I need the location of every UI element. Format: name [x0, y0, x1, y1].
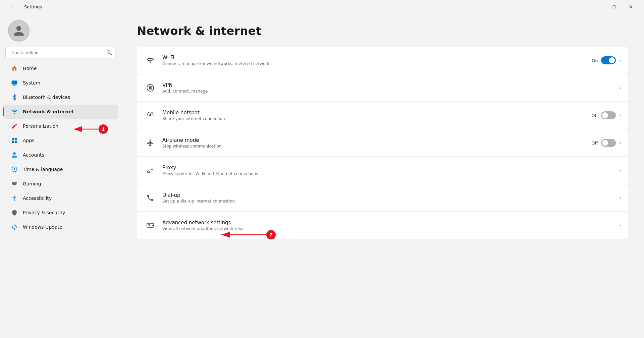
setting-text-advanced: Advanced network settings View all netwo…	[162, 220, 614, 231]
app-body: 🔍 Home System Bluetooth & devices Networ…	[0, 13, 644, 338]
sidebar-item-label: Accessibility	[23, 195, 52, 201]
setting-desc-hotspot: Share your internet connection	[162, 116, 586, 121]
toggle-thumb-hotspot	[602, 112, 608, 118]
sidebar: 🔍 Home System Bluetooth & devices Networ…	[0, 13, 121, 338]
sidebar-item-windowsupdate[interactable]: Windows Update	[3, 220, 118, 234]
toggle-hotspot[interactable]	[601, 111, 616, 119]
setting-name-hotspot: Mobile hotspot	[162, 110, 586, 116]
setting-desc-airplane: Stop wireless communication	[162, 144, 586, 149]
toggle-label-airplane: Off	[591, 140, 598, 146]
toggle-thumb-wifi	[609, 57, 615, 63]
chevron-proxy: ›	[619, 168, 621, 173]
advanced-icon	[144, 219, 157, 232]
toggle-thumb-airplane	[602, 140, 608, 146]
setting-item-airplane[interactable]: Airplane mode Stop wireless communicatio…	[137, 129, 628, 156]
bluetooth-icon	[11, 94, 18, 101]
setting-text-dialup: Dial-up Set up a dial-up internet connec…	[162, 192, 614, 204]
setting-control-wifi: On ›	[592, 56, 621, 64]
page-title: Network & internet	[137, 24, 628, 38]
privacy-icon	[11, 209, 18, 216]
setting-item-dialup[interactable]: Dial-up Set up a dial-up internet connec…	[137, 184, 628, 211]
accessibility-icon	[11, 194, 18, 202]
gaming-icon	[11, 180, 18, 187]
sidebar-item-bluetooth[interactable]: Bluetooth & devices	[3, 90, 118, 104]
chevron-vpn: ›	[619, 85, 621, 91]
setting-text-vpn: VPN Add, connect, manage	[162, 82, 614, 94]
chevron-wifi: ›	[619, 58, 621, 63]
svg-rect-0	[12, 80, 17, 84]
sidebar-item-system[interactable]: System	[3, 76, 118, 90]
setting-text-proxy: Proxy Proxy server for Wi-Fi and Etherne…	[162, 165, 614, 176]
sidebar-item-personalization[interactable]: Personalization	[3, 119, 118, 133]
back-button[interactable]: ←	[5, 1, 21, 12]
time-icon	[11, 166, 18, 173]
sidebar-item-label: System	[23, 80, 40, 86]
setting-control-vpn: ›	[619, 85, 621, 91]
personalization-icon	[11, 122, 18, 130]
sidebar-item-label: Windows Update	[23, 224, 62, 230]
chevron-hotspot: ›	[619, 113, 621, 118]
dialup-icon	[144, 191, 157, 205]
sidebar-item-label: Gaming	[23, 181, 41, 186]
window-controls: − □ ✕	[590, 1, 639, 12]
setting-desc-advanced: View all network adapters, network reset	[162, 226, 614, 231]
setting-desc-proxy: Proxy server for Wi-Fi and Ethernet conn…	[162, 171, 614, 176]
toggle-airplane[interactable]	[601, 139, 616, 147]
app-title: Settings	[24, 4, 42, 9]
setting-desc-vpn: Add, connect, manage	[162, 89, 614, 94]
sidebar-item-label: Home	[23, 66, 37, 71]
sidebar-item-label: Time & language	[23, 167, 63, 172]
setting-item-wifi[interactable]: Wi-Fi Connect, manage known networks, me…	[137, 47, 628, 74]
setting-text-airplane: Airplane mode Stop wireless communicatio…	[162, 137, 586, 149]
sidebar-item-privacy[interactable]: Privacy & security	[3, 206, 118, 220]
minimize-button[interactable]: −	[590, 1, 605, 12]
home-icon	[11, 65, 18, 72]
sidebar-item-apps[interactable]: Apps	[3, 133, 118, 148]
svg-point-8	[149, 114, 151, 116]
chevron-dialup: ›	[619, 195, 621, 201]
sidebar-item-network[interactable]: Network & internet	[3, 105, 118, 119]
sidebar-item-gaming[interactable]: Gaming	[3, 177, 118, 191]
maximize-button[interactable]: □	[606, 1, 622, 12]
setting-item-proxy[interactable]: Proxy Proxy server for Wi-Fi and Etherne…	[137, 157, 628, 184]
sidebar-item-home[interactable]: Home	[3, 61, 118, 75]
sidebar-item-label: Bluetooth & devices	[23, 95, 70, 100]
close-button[interactable]: ✕	[623, 1, 639, 12]
svg-rect-3	[12, 141, 14, 143]
chevron-airplane: ›	[619, 140, 621, 146]
svg-point-12	[152, 225, 153, 226]
svg-rect-1	[12, 138, 14, 140]
setting-text-hotspot: Mobile hotspot Share your internet conne…	[162, 110, 586, 121]
system-icon	[11, 79, 18, 87]
setting-name-dialup: Dial-up	[162, 192, 614, 198]
setting-control-dialup: ›	[619, 195, 621, 201]
hotspot-icon	[144, 109, 157, 122]
main-content: Network & internet Wi-Fi Connect, manage…	[121, 13, 644, 249]
sidebar-item-label: Accounts	[23, 152, 44, 158]
content-with-annotations: Network & internet Wi-Fi Connect, manage…	[121, 13, 644, 338]
setting-item-advanced[interactable]: Advanced network settings View all netwo…	[137, 212, 628, 239]
setting-control-hotspot: Off ›	[591, 111, 621, 119]
toggle-label-hotspot: Off	[591, 113, 598, 118]
setting-text-wifi: Wi-Fi Connect, manage known networks, me…	[162, 55, 586, 66]
sidebar-item-time[interactable]: Time & language	[3, 162, 118, 176]
settings-list: Wi-Fi Connect, manage known networks, me…	[137, 47, 628, 239]
setting-desc-wifi: Connect, manage known networks, metered …	[162, 61, 586, 66]
search-input[interactable]	[5, 47, 115, 58]
setting-item-hotspot[interactable]: Mobile hotspot Share your internet conne…	[137, 102, 628, 129]
toggle-label-wifi: On	[592, 58, 598, 63]
setting-name-airplane: Airplane mode	[162, 137, 586, 143]
vpn-icon	[144, 81, 157, 95]
sidebar-item-label: Apps	[23, 138, 35, 143]
sidebar-item-label: Privacy & security	[23, 210, 65, 215]
search-box: 🔍	[5, 47, 115, 58]
sidebar-item-accessibility[interactable]: Accessibility	[3, 191, 118, 205]
sidebar-item-accounts[interactable]: Accounts	[3, 148, 118, 162]
sidebar-item-label: Network & internet	[23, 109, 74, 114]
toggle-wifi[interactable]	[601, 56, 616, 64]
setting-item-vpn[interactable]: VPN Add, connect, manage ›	[137, 74, 628, 101]
setting-control-advanced: ›	[619, 223, 621, 228]
chevron-advanced: ›	[619, 223, 621, 228]
setting-name-advanced: Advanced network settings	[162, 220, 614, 226]
wifi-icon	[144, 54, 157, 67]
